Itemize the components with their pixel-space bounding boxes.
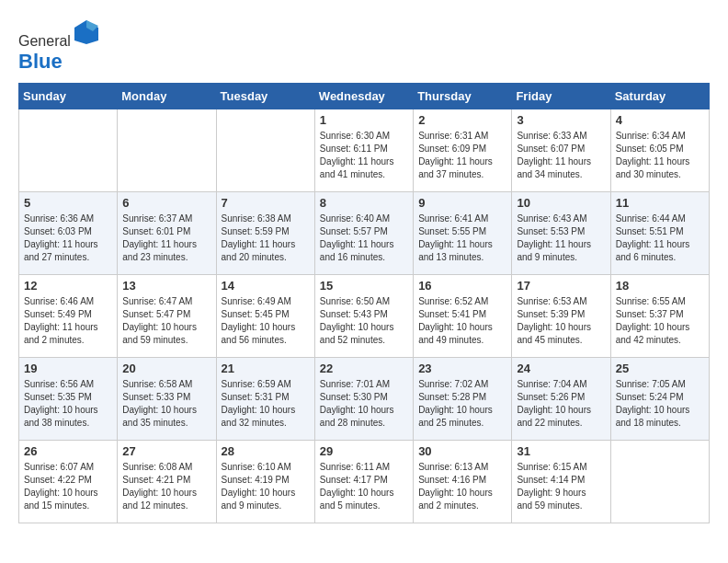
day-number: 5 (24, 196, 112, 210)
day-info: Sunrise: 6:34 AM Sunset: 6:05 PM Dayligh… (616, 130, 704, 181)
day-info: Sunrise: 6:44 AM Sunset: 5:51 PM Dayligh… (616, 213, 704, 264)
day-number: 9 (418, 196, 506, 210)
day-number: 24 (517, 362, 605, 375)
calendar-cell: 1Sunrise: 6:30 AM Sunset: 6:11 PM Daylig… (314, 109, 413, 192)
calendar-cell (216, 109, 314, 192)
day-info: Sunrise: 6:46 AM Sunset: 5:49 PM Dayligh… (24, 295, 112, 347)
day-info: Sunrise: 6:13 AM Sunset: 4:16 PM Dayligh… (418, 461, 506, 512)
calendar-cell: 23Sunrise: 7:02 AM Sunset: 5:28 PM Dayli… (414, 358, 512, 441)
day-number: 30 (418, 444, 506, 458)
weekday-header: Tuesday (216, 84, 314, 109)
day-number: 22 (320, 362, 408, 375)
calendar-cell (19, 109, 118, 192)
calendar-cell: 20Sunrise: 6:58 AM Sunset: 5:33 PM Dayli… (118, 358, 216, 441)
day-info: Sunrise: 6:55 AM Sunset: 5:37 PM Dayligh… (616, 295, 704, 347)
day-info: Sunrise: 6:30 AM Sunset: 6:11 PM Dayligh… (320, 130, 408, 181)
calendar-cell: 11Sunrise: 6:44 AM Sunset: 5:51 PM Dayli… (610, 192, 709, 275)
day-number: 19 (24, 362, 112, 375)
day-number: 16 (418, 279, 506, 293)
day-number: 27 (122, 444, 210, 458)
calendar-cell: 19Sunrise: 6:56 AM Sunset: 5:35 PM Dayli… (19, 358, 118, 441)
logo-icon (73, 18, 100, 46)
calendar-cell: 2Sunrise: 6:31 AM Sunset: 6:09 PM Daylig… (414, 109, 512, 192)
day-number: 17 (517, 279, 605, 293)
day-number: 4 (616, 113, 704, 127)
weekday-header: Sunday (19, 84, 118, 109)
day-number: 1 (320, 113, 408, 127)
day-number: 29 (320, 444, 408, 458)
day-info: Sunrise: 6:10 AM Sunset: 4:19 PM Dayligh… (222, 461, 310, 512)
weekday-header: Thursday (414, 84, 512, 109)
day-number: 14 (222, 279, 310, 293)
day-number: 21 (222, 362, 310, 375)
calendar-cell: 14Sunrise: 6:49 AM Sunset: 5:45 PM Dayli… (216, 275, 314, 358)
day-number: 8 (320, 196, 408, 210)
calendar-cell: 25Sunrise: 7:05 AM Sunset: 5:24 PM Dayli… (610, 358, 709, 441)
weekday-header: Friday (512, 84, 610, 109)
day-number: 3 (517, 113, 605, 127)
calendar-cell: 12Sunrise: 6:46 AM Sunset: 5:49 PM Dayli… (19, 275, 118, 358)
day-number: 25 (616, 362, 704, 375)
calendar-cell: 6Sunrise: 6:37 AM Sunset: 6:01 PM Daylig… (118, 192, 216, 275)
day-number: 20 (122, 362, 210, 375)
day-info: Sunrise: 7:01 AM Sunset: 5:30 PM Dayligh… (320, 378, 408, 430)
day-info: Sunrise: 6:49 AM Sunset: 5:45 PM Dayligh… (222, 295, 310, 347)
logo-blue-text: Blue (18, 50, 63, 73)
day-info: Sunrise: 6:47 AM Sunset: 5:47 PM Dayligh… (122, 295, 210, 347)
day-info: Sunrise: 6:58 AM Sunset: 5:33 PM Dayligh… (122, 378, 210, 430)
weekday-header: Saturday (610, 84, 709, 109)
day-info: Sunrise: 6:08 AM Sunset: 4:21 PM Dayligh… (122, 461, 210, 512)
calendar-cell: 10Sunrise: 6:43 AM Sunset: 5:53 PM Dayli… (512, 192, 610, 275)
calendar-cell: 22Sunrise: 7:01 AM Sunset: 5:30 PM Dayli… (314, 358, 413, 441)
day-info: Sunrise: 7:02 AM Sunset: 5:28 PM Dayligh… (418, 378, 506, 430)
calendar-cell: 8Sunrise: 6:40 AM Sunset: 5:57 PM Daylig… (314, 192, 413, 275)
day-info: Sunrise: 6:11 AM Sunset: 4:17 PM Dayligh… (320, 461, 408, 512)
calendar-cell: 15Sunrise: 6:50 AM Sunset: 5:43 PM Dayli… (314, 275, 413, 358)
day-info: Sunrise: 6:37 AM Sunset: 6:01 PM Dayligh… (122, 213, 210, 264)
day-number: 15 (320, 279, 408, 293)
day-info: Sunrise: 6:52 AM Sunset: 5:41 PM Dayligh… (418, 295, 506, 347)
day-number: 12 (24, 279, 112, 293)
day-info: Sunrise: 6:59 AM Sunset: 5:31 PM Dayligh… (222, 378, 310, 430)
calendar-week-row: 19Sunrise: 6:56 AM Sunset: 5:35 PM Dayli… (19, 358, 710, 441)
day-info: Sunrise: 6:33 AM Sunset: 6:07 PM Dayligh… (517, 130, 605, 181)
calendar-cell: 13Sunrise: 6:47 AM Sunset: 5:47 PM Dayli… (118, 275, 216, 358)
logo-general-text: General (18, 33, 71, 49)
day-number: 2 (418, 113, 506, 127)
day-info: Sunrise: 7:04 AM Sunset: 5:26 PM Dayligh… (517, 378, 605, 430)
calendar-cell: 4Sunrise: 6:34 AM Sunset: 6:05 PM Daylig… (610, 109, 709, 192)
day-number: 11 (616, 196, 704, 210)
day-number: 23 (418, 362, 506, 375)
calendar-cell: 21Sunrise: 6:59 AM Sunset: 5:31 PM Dayli… (216, 358, 314, 441)
day-info: Sunrise: 6:41 AM Sunset: 5:55 PM Dayligh… (418, 213, 506, 264)
day-info: Sunrise: 6:50 AM Sunset: 5:43 PM Dayligh… (320, 295, 408, 347)
day-info: Sunrise: 6:53 AM Sunset: 5:39 PM Dayligh… (517, 295, 605, 347)
day-info: Sunrise: 6:07 AM Sunset: 4:22 PM Dayligh… (24, 461, 112, 512)
day-number: 26 (24, 444, 112, 458)
day-number: 31 (517, 444, 605, 458)
calendar-cell (610, 441, 709, 523)
calendar-week-row: 12Sunrise: 6:46 AM Sunset: 5:49 PM Dayli… (19, 275, 710, 358)
day-info: Sunrise: 6:15 AM Sunset: 4:14 PM Dayligh… (517, 461, 605, 512)
calendar-cell (118, 109, 216, 192)
calendar-cell: 7Sunrise: 6:38 AM Sunset: 5:59 PM Daylig… (216, 192, 314, 275)
day-info: Sunrise: 7:05 AM Sunset: 5:24 PM Dayligh… (616, 378, 704, 430)
calendar-cell: 16Sunrise: 6:52 AM Sunset: 5:41 PM Dayli… (414, 275, 512, 358)
day-info: Sunrise: 6:38 AM Sunset: 5:59 PM Dayligh… (222, 213, 310, 264)
calendar-cell: 24Sunrise: 7:04 AM Sunset: 5:26 PM Dayli… (512, 358, 610, 441)
calendar-cell: 3Sunrise: 6:33 AM Sunset: 6:07 PM Daylig… (512, 109, 610, 192)
calendar-cell: 30Sunrise: 6:13 AM Sunset: 4:16 PM Dayli… (414, 441, 512, 523)
calendar-cell: 26Sunrise: 6:07 AM Sunset: 4:22 PM Dayli… (19, 441, 118, 523)
weekday-header: Monday (118, 84, 216, 109)
calendar-cell: 5Sunrise: 6:36 AM Sunset: 6:03 PM Daylig… (19, 192, 118, 275)
day-number: 6 (122, 196, 210, 210)
day-number: 28 (222, 444, 310, 458)
day-number: 13 (122, 279, 210, 293)
calendar-cell: 18Sunrise: 6:55 AM Sunset: 5:37 PM Dayli… (610, 275, 709, 358)
calendar-cell: 31Sunrise: 6:15 AM Sunset: 4:14 PM Dayli… (512, 441, 610, 523)
day-info: Sunrise: 6:40 AM Sunset: 5:57 PM Dayligh… (320, 213, 408, 264)
day-number: 7 (222, 196, 310, 210)
day-info: Sunrise: 6:43 AM Sunset: 5:53 PM Dayligh… (517, 213, 605, 264)
calendar-week-row: 1Sunrise: 6:30 AM Sunset: 6:11 PM Daylig… (19, 109, 710, 192)
day-number: 10 (517, 196, 605, 210)
